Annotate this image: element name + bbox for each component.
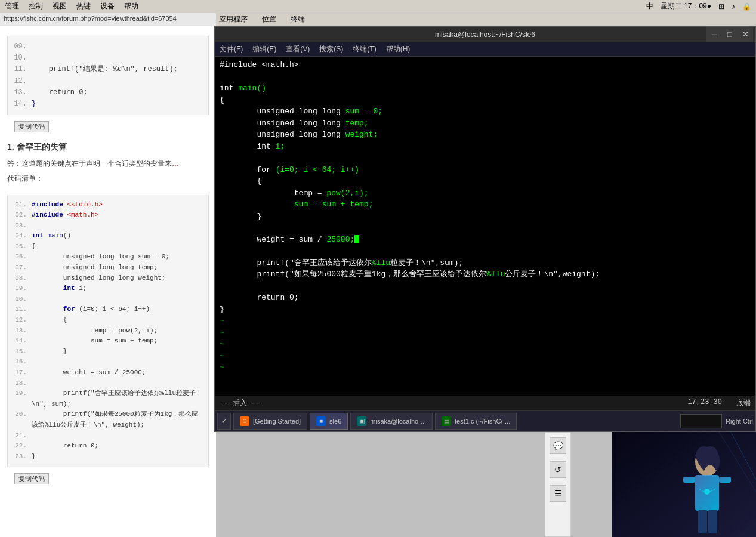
app-panel: 应用程序 位置 终端 (214, 13, 756, 26)
term-line-for: for (i=0; i < 64; i++) (220, 164, 751, 176)
lock-icon: 🔒 (742, 2, 751, 11)
getting-started-label: [Getting Started] (253, 418, 301, 425)
term-line-brace3: } (220, 211, 751, 223)
sys-menu-hotkey[interactable]: 热键 (76, 1, 91, 11)
svg-rect-0 (612, 432, 756, 537)
term-menu-search[interactable]: 搜索(S) (319, 44, 343, 54)
sys-menu-device[interactable]: 设备 (100, 1, 115, 11)
terminal-statusbar: -- 插入 -- 17,23-30 底端 (215, 396, 755, 410)
term-menu-file[interactable]: 文件(F) (220, 44, 243, 54)
anime-svg (612, 432, 756, 537)
terminal-taskbar: ⤢ ⊙ [Getting Started] ■ sle6 ▣ misaka@lo… (215, 410, 755, 431)
sle6-label: sle6 (329, 418, 341, 425)
term-line-include: #include <math.h> (220, 59, 751, 71)
terminal-maximize-button[interactable]: □ (722, 27, 738, 42)
sys-menu-help[interactable]: 帮助 (124, 1, 138, 11)
network-icon: ⊞ (718, 2, 724, 11)
term-line-brace1: { (220, 94, 751, 106)
terminal-cursor (354, 235, 359, 243)
term-line-tilde3: ~ (220, 338, 751, 350)
terminal-titlebar: misaka@localhost:~/FishC/sle6 ─ □ ✕ (215, 27, 755, 42)
sys-menu-manage[interactable]: 管理 (5, 1, 19, 11)
taskbar-getting-started-button[interactable]: ⊙ [Getting Started] (233, 413, 307, 430)
term-line-main: int main() (220, 82, 751, 94)
main-code-block: 01.#include <stdio.h> 02.#include <math.… (0, 185, 216, 490)
right-ctrl-label: Right Ctrl (726, 418, 753, 425)
taskbar-sle6-button[interactable]: ■ sle6 (310, 413, 348, 430)
copy-btn-1[interactable]: 复制代码 (14, 121, 49, 132)
system-tray: 中 星期二 17：09● ⊞ ♪ 🔒 (646, 1, 751, 11)
taskbar-test1-button[interactable]: ▤ test1.c (~/FishC/-... (435, 413, 517, 430)
resize-icon: ⤢ (221, 417, 227, 425)
app-menu-terminal[interactable]: 终端 (291, 14, 305, 24)
taskbar-resize-button[interactable]: ⤢ (217, 413, 231, 430)
svg-rect-6 (719, 477, 731, 483)
chat-icon-button[interactable]: 💬 (550, 437, 566, 454)
terminal-close-button[interactable]: ✕ (738, 27, 753, 42)
term-line-brace2: { (220, 175, 751, 187)
anime-panel (612, 432, 756, 537)
test1-icon: ▤ (442, 416, 451, 426)
term-line-tilde1: ~ (220, 315, 751, 327)
misaka-label: misaka@localho-... (370, 418, 426, 425)
term-line-tilde4: ~ (220, 350, 751, 362)
terminal-title: misaka@localhost:~/FishC/sle6 (435, 30, 535, 39)
terminal-window: misaka@localhost:~/FishC/sle6 ─ □ ✕ 文件(F… (214, 26, 756, 432)
terminal-menubar: 文件(F) 编辑(E) 查看(V) 搜索(S) 终端(T) 帮助(H) (215, 42, 755, 57)
terminal-controls: ─ □ ✕ (706, 27, 753, 42)
term-menu-terminal[interactable]: 终端(T) (353, 44, 376, 54)
statusbar-right: 17,23-30 底端 (687, 398, 751, 408)
terminal-minimize-button[interactable]: ─ (706, 27, 722, 42)
code-label: 代码清单： (0, 172, 216, 185)
cursor-position: 17,23-30 (687, 398, 722, 408)
prev-code-block: 09. 10. 11. printf("结果是: %d\n", result);… (0, 26, 216, 137)
sys-menu-control[interactable]: 控制 (29, 1, 43, 11)
term-line-printf1: printf("舍罕王应该给予达依尔%llu粒麦子！\n",sum); (220, 257, 751, 269)
copy-btn-2[interactable]: 复制代码 (14, 473, 49, 484)
term-line-tilde5: ~ (220, 362, 751, 374)
browser-area: https://fishc.com.cn/forum.php?mod=viewt… (0, 13, 216, 537)
term-line-temp: unsigned long long temp; (220, 118, 751, 129)
volume-icon: ♪ (732, 2, 735, 11)
term-line-blank2 (220, 152, 751, 164)
svg-rect-5 (683, 477, 695, 483)
term-line-brace4: } (220, 304, 751, 316)
misaka-icon: ▣ (357, 416, 366, 426)
svg-rect-8 (708, 510, 717, 533)
term-line-int-i: int i; (220, 141, 751, 153)
taskbar-misaka-button[interactable]: ▣ misaka@localho-... (350, 413, 433, 430)
app-menu-apps[interactable]: 应用程序 (219, 14, 248, 24)
term-line-tilde2: ~ (220, 327, 751, 339)
term-menu-help[interactable]: 帮助(H) (386, 44, 411, 54)
term-line-blank1 (220, 71, 751, 83)
taskbar-search-input[interactable] (680, 414, 722, 428)
sle6-icon: ■ (316, 416, 326, 426)
term-line-weight-assign: weight = sum / 25000; (220, 234, 751, 246)
menu-icon-button[interactable]: ☰ (550, 485, 566, 502)
app-menu-location[interactable]: 位置 (262, 14, 276, 24)
terminal-content: #include <math.h> int main() { unsigned … (215, 57, 755, 396)
sys-menu-view[interactable]: 视图 (53, 1, 67, 11)
browser-url: https://fishc.com.cn/forum.php?mod=viewt… (0, 13, 216, 26)
getting-started-icon: ⊙ (240, 416, 249, 426)
refresh-icon-button[interactable]: ↺ (550, 461, 566, 478)
side-icons-panel: 💬 ↺ ☰ (545, 432, 571, 537)
term-line-sum: unsigned long long sum = 0; (220, 106, 751, 118)
datetime: 星期二 17：09● (661, 1, 711, 11)
term-line-blank5 (220, 280, 751, 292)
anime-image (612, 432, 756, 537)
ime-indicator: 中 (646, 1, 653, 11)
term-line-weight: unsigned long long weight; (220, 129, 751, 141)
term-line-sum2: sum = sum + temp; (220, 199, 751, 211)
term-line-printf2: printf("如果每25000粒麦子重1kg，那么舍罕王应该给予达依尔%llu… (220, 268, 751, 280)
term-menu-edit[interactable]: 编辑(E) (252, 44, 276, 54)
svg-point-9 (704, 489, 710, 495)
term-menu-view[interactable]: 查看(V) (286, 44, 310, 54)
section-title: 1. 舍罕王的失算 (0, 137, 216, 155)
svg-rect-7 (698, 510, 707, 533)
term-line-return: return 0; (220, 292, 751, 304)
term-line-blank3 (220, 222, 751, 234)
system-bar: 管理 控制 视图 热键 设备 帮助 中 星期二 17：09● ⊞ ♪ 🔒 (0, 0, 756, 13)
scroll-position: 底端 (736, 398, 751, 408)
vim-mode: -- 插入 -- (220, 398, 260, 408)
